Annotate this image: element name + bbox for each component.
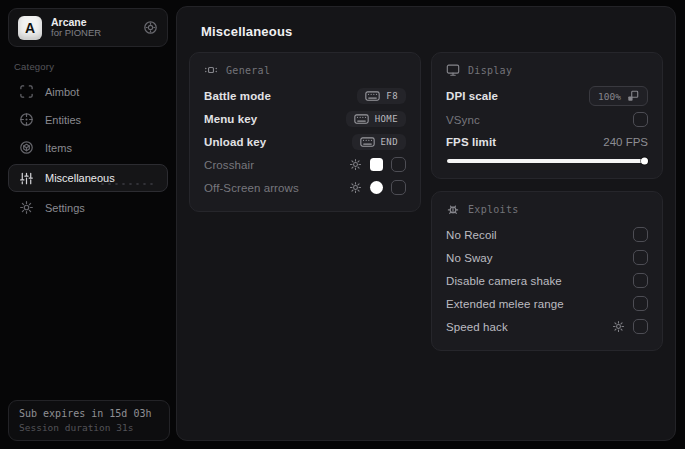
fps-limit-label: FPS limit <box>446 136 496 148</box>
fps-limit-value: 240 FPS <box>603 136 648 148</box>
sidebar-item-entities[interactable]: Entities <box>8 106 168 133</box>
dpi-scale-button[interactable]: 100% <box>589 86 648 106</box>
no-sway-row: No Sway <box>446 246 648 269</box>
disable-camera-shake-label: Disable camera shake <box>446 275 562 287</box>
offscreen-arrows-checkbox[interactable] <box>391 180 406 195</box>
sidebar-item-settings[interactable]: Settings <box>8 194 168 221</box>
menu-key-keybind[interactable]: HOME <box>346 111 406 127</box>
dots-decoration <box>99 182 157 186</box>
display-panel-title: Display <box>468 65 512 76</box>
category-label: Category <box>14 61 168 72</box>
exploits-panel-header: Exploits <box>446 202 648 216</box>
settings-gear-icon[interactable] <box>143 20 158 35</box>
app-logo: A <box>18 16 42 40</box>
sidebar-item-aimbot[interactable]: Aimbot <box>8 78 168 105</box>
crosshair-label: Crosshair <box>204 159 254 171</box>
no-recoil-checkbox[interactable] <box>633 227 648 242</box>
dpi-scale-row: DPI scale 100% <box>446 84 648 108</box>
subscription-status: Sub expires in 15d 03h Session duration … <box>8 400 170 441</box>
crosshair-controls <box>349 157 406 172</box>
grip-icon <box>204 63 218 77</box>
exploits-panel-title: Exploits <box>468 204 519 215</box>
right-column: Display DPI scale 100% VSync <box>431 52 663 351</box>
offscreen-arrows-row: Off-Screen arrows <box>204 176 406 199</box>
box-icon <box>19 140 34 155</box>
exploits-panel: Exploits No Recoil No Sway Disable camer… <box>431 191 663 351</box>
panel-columns: General Battle mode F8 Menu key <box>177 52 675 351</box>
keybind-value: END <box>381 137 398 147</box>
unload-key-row: Unload key END <box>204 130 406 153</box>
dpi-scale-value: 100% <box>598 91 621 102</box>
keyboard-icon <box>365 91 380 101</box>
app-header: A Arcane for PIONER <box>8 8 168 47</box>
extended-melee-range-row: Extended melee range <box>446 292 648 315</box>
scan-icon <box>19 84 34 99</box>
display-panel-header: Display <box>446 63 648 77</box>
no-recoil-row: No Recoil <box>446 223 648 246</box>
sidebar-item-label: Aimbot <box>45 86 79 98</box>
crosshair-row: Crosshair <box>204 153 406 176</box>
slider-knob[interactable] <box>641 158 648 165</box>
menu-key-label: Menu key <box>204 113 257 125</box>
scale-icon <box>627 90 639 102</box>
unload-key-label: Unload key <box>204 136 266 148</box>
dpi-scale-label: DPI scale <box>446 90 498 102</box>
disable-camera-shake-checkbox[interactable] <box>633 273 648 288</box>
vsync-row: VSync <box>446 108 648 131</box>
battle-mode-keybind[interactable]: F8 <box>357 88 406 104</box>
app-logo-letter: A <box>25 20 35 36</box>
monitor-icon <box>446 63 460 77</box>
keyboard-icon <box>360 137 375 147</box>
gear-icon <box>19 200 34 215</box>
gear-icon[interactable] <box>349 181 362 194</box>
sidebar-item-miscellaneous[interactable]: Miscellaneous <box>8 164 168 192</box>
app-title-block: Arcane for PIONER <box>51 16 134 39</box>
unload-key-keybind[interactable]: END <box>352 134 406 150</box>
display-panel: Display DPI scale 100% VSync <box>431 52 663 179</box>
no-recoil-label: No Recoil <box>446 229 497 241</box>
gear-icon[interactable] <box>349 158 362 171</box>
disable-camera-shake-row: Disable camera shake <box>446 269 648 292</box>
vsync-checkbox[interactable] <box>633 112 648 127</box>
app-subtitle: for PIONER <box>51 28 134 39</box>
crosshair-checkbox[interactable] <box>391 157 406 172</box>
offscreen-arrows-label: Off-Screen arrows <box>204 182 299 194</box>
general-panel-title: General <box>226 65 270 76</box>
sliders-icon <box>19 171 34 186</box>
sidebar-item-label: Items <box>45 142 72 154</box>
gear-icon[interactable] <box>612 320 625 333</box>
main-panel: Miscellaneous General Battle mode <box>176 6 676 441</box>
color-swatch[interactable] <box>370 181 383 194</box>
keyboard-icon <box>354 114 369 124</box>
no-sway-label: No Sway <box>446 252 493 264</box>
bug-icon <box>446 202 460 216</box>
radar-icon <box>19 112 34 127</box>
speed-hack-controls <box>612 319 648 334</box>
battle-mode-row: Battle mode F8 <box>204 84 406 107</box>
page-title: Miscellaneous <box>201 24 675 39</box>
extended-melee-range-label: Extended melee range <box>446 298 564 310</box>
no-sway-checkbox[interactable] <box>633 250 648 265</box>
general-panel: General Battle mode F8 Menu key <box>189 52 421 212</box>
color-swatch[interactable] <box>370 158 383 171</box>
fps-limit-slider[interactable] <box>447 159 647 163</box>
session-duration-text: Session duration 31s <box>19 422 159 433</box>
sub-expiry-text: Sub expires in 15d 03h <box>19 408 159 419</box>
fps-limit-row: FPS limit 240 FPS <box>446 131 648 152</box>
sidebar-nav: Aimbot Entities Items Miscellaneous S <box>8 78 168 222</box>
speed-hack-label: Speed hack <box>446 321 508 333</box>
sidebar-item-items[interactable]: Items <box>8 134 168 161</box>
sidebar-item-label: Settings <box>45 202 85 214</box>
vsync-label: VSync <box>446 114 480 126</box>
left-column: General Battle mode F8 Menu key <box>189 52 421 212</box>
keybind-value: HOME <box>375 114 398 124</box>
speed-hack-row: Speed hack <box>446 315 648 338</box>
keybind-value: F8 <box>386 91 398 101</box>
menu-key-row: Menu key HOME <box>204 107 406 130</box>
battle-mode-label: Battle mode <box>204 90 271 102</box>
speed-hack-checkbox[interactable] <box>633 319 648 334</box>
general-panel-header: General <box>204 63 406 77</box>
sidebar-item-label: Entities <box>45 114 81 126</box>
extended-melee-range-checkbox[interactable] <box>633 296 648 311</box>
offscreen-arrows-controls <box>349 180 406 195</box>
